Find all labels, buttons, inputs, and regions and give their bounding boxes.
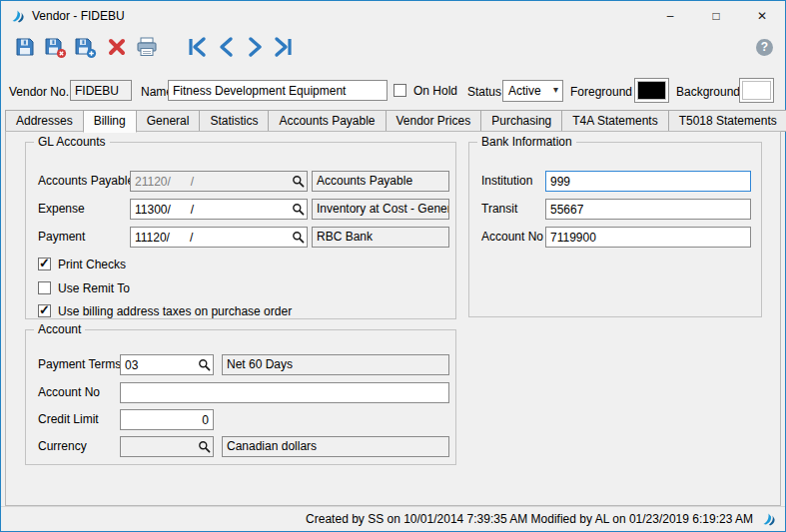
status-bar: Created by SS on 10/01/2014 7:39:35 AM M… — [1, 506, 785, 531]
save-new-icon — [73, 35, 97, 59]
tab-t5018-statements[interactable]: T5018 Statements — [668, 110, 786, 132]
currency-desc: Canadian dollars — [222, 436, 449, 457]
save-close-button[interactable] — [41, 34, 69, 62]
tab-general[interactable]: General — [136, 110, 201, 132]
help-icon[interactable]: ? — [756, 39, 773, 56]
accounts-payable-desc: Accounts Payable — [312, 171, 449, 192]
accounts-payable-label: Accounts Payable — [38, 174, 134, 188]
bank-account-no-field — [545, 227, 751, 248]
nav-first-button[interactable] — [184, 34, 212, 62]
payment-input[interactable] — [130, 227, 308, 248]
status-label: Status — [467, 85, 501, 99]
background-color-swatch — [742, 81, 771, 100]
tab-accounts-payable[interactable]: Accounts Payable — [268, 110, 386, 132]
save-button[interactable] — [11, 34, 39, 62]
nav-prev-button[interactable] — [213, 34, 241, 62]
foreground-color-swatch — [637, 81, 666, 100]
save-icon — [13, 35, 37, 59]
lookup-magnifier-icon[interactable] — [198, 440, 211, 453]
lookup-magnifier-icon[interactable] — [292, 203, 305, 216]
payment-terms-field — [120, 354, 214, 375]
institution-field — [545, 171, 751, 192]
checkbox-icon — [393, 84, 406, 97]
tab-vendor-prices[interactable]: Vendor Prices — [386, 110, 482, 132]
institution-input[interactable] — [545, 171, 751, 192]
lookup-magnifier-icon[interactable] — [198, 358, 211, 371]
vendor-window: Vendor - FIDEBU – □ ✕ — [0, 0, 786, 532]
accounts-payable-row: Accounts Payable Accounts Payable — [26, 171, 455, 193]
vendor-account-no-input[interactable] — [120, 382, 449, 403]
expense-input[interactable] — [130, 199, 308, 220]
tab-statistics[interactable]: Statistics — [199, 110, 269, 132]
tab-addresses[interactable]: Addresses — [5, 110, 84, 132]
checkbox-icon — [38, 258, 51, 270]
currency-row: Currency Canadian dollars — [26, 436, 455, 458]
institution-row: Institution — [469, 171, 761, 193]
payment-field — [130, 227, 308, 248]
tab-bar: Addresses Billing General Statistics Acc… — [5, 110, 786, 133]
save-new-button[interactable] — [71, 34, 99, 62]
tab-purchasing[interactable]: Purchasing — [480, 110, 562, 132]
credit-limit-field — [120, 409, 214, 430]
credit-limit-input[interactable] — [120, 409, 214, 430]
background-color-button[interactable] — [739, 78, 774, 103]
nav-next-button[interactable] — [241, 34, 269, 62]
spire-logo-icon — [761, 511, 777, 527]
nav-last-icon — [271, 35, 295, 59]
save-close-icon — [43, 35, 67, 59]
transit-label: Transit — [481, 202, 517, 216]
credit-limit-row: Credit Limit — [26, 409, 455, 431]
checkbox-icon — [38, 304, 51, 317]
delete-button[interactable] — [103, 34, 131, 62]
close-button[interactable]: ✕ — [739, 1, 785, 31]
accounts-payable-input[interactable] — [130, 171, 308, 192]
payment-row: Payment RBC Bank — [26, 227, 455, 249]
print-button[interactable] — [133, 34, 161, 62]
transit-row: Transit — [469, 199, 761, 221]
nav-prev-icon — [215, 35, 239, 59]
credit-limit-label: Credit Limit — [38, 412, 99, 426]
vendor-no-label: Vendor No. — [9, 85, 69, 99]
minimize-button[interactable]: – — [647, 1, 693, 31]
account-group: Account Payment Terms Net 60 Days Accoun… — [25, 329, 456, 465]
nav-next-icon — [243, 35, 267, 59]
vendor-no-input[interactable] — [70, 80, 132, 101]
account-title: Account — [34, 322, 85, 336]
foreground-label: Foreground — [570, 85, 632, 99]
lookup-magnifier-icon[interactable] — [292, 175, 305, 188]
tab-billing[interactable]: Billing — [83, 110, 137, 133]
institution-label: Institution — [481, 174, 532, 188]
on-hold-label: On Hold — [413, 84, 457, 98]
title-bar[interactable]: Vendor - FIDEBU – □ ✕ — [1, 1, 785, 31]
nav-last-button[interactable] — [269, 34, 297, 62]
payment-terms-label: Payment Terms — [38, 357, 121, 371]
print-checks-label: Print Checks — [58, 258, 126, 271]
billing-address-taxes-label: Use billing address taxes on purchase or… — [58, 304, 292, 318]
bank-account-no-row: Account No — [469, 227, 761, 249]
bank-information-title: Bank Information — [477, 135, 576, 149]
gl-accounts-group: GL Accounts Accounts Payable Accounts Pa… — [25, 142, 456, 319]
window-title: Vendor - FIDEBU — [32, 9, 125, 23]
maximize-button[interactable]: □ — [693, 1, 739, 31]
foreground-color-button[interactable] — [634, 78, 669, 103]
tab-t4a-statements[interactable]: T4A Statements — [561, 110, 668, 132]
name-input[interactable] — [168, 80, 388, 101]
transit-input[interactable] — [545, 199, 751, 220]
app-logo-icon — [10, 8, 26, 24]
expense-row: Expense Inventory at Cost - Genera — [26, 199, 455, 221]
payment-terms-desc: Net 60 Days — [222, 354, 449, 375]
currency-label: Currency — [38, 439, 87, 453]
payment-label: Payment — [38, 230, 85, 244]
currency-field — [120, 436, 214, 457]
bank-account-no-input[interactable] — [545, 227, 751, 248]
print-icon — [135, 35, 159, 59]
expense-desc: Inventory at Cost - Genera — [312, 199, 449, 220]
expense-label: Expense — [38, 202, 85, 216]
status-value: Active — [508, 84, 541, 98]
name-field — [168, 80, 388, 102]
status-dropdown[interactable]: Active ▾ — [502, 80, 563, 102]
checkbox-icon — [38, 281, 51, 294]
chevron-down-icon: ▾ — [553, 84, 558, 95]
lookup-magnifier-icon[interactable] — [292, 231, 305, 244]
status-text: Created by SS on 10/01/2014 7:39:35 AM M… — [306, 512, 753, 526]
